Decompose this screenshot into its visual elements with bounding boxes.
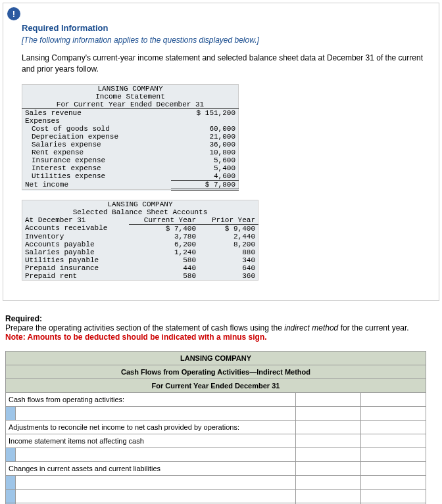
is-netincome-label: Net income [22, 180, 172, 189]
is-row-label: Cost of goods sold [22, 125, 172, 133]
bs-row-label: Inventory [22, 233, 130, 241]
bs-col-prior: Prior Year [199, 216, 258, 225]
bs-row-py: $ 9,400 [199, 224, 258, 233]
cf-row-opact: Cash flows from operating activities: [6, 392, 296, 406]
cf-desc-cell[interactable] [16, 447, 296, 461]
bs-row-cy: 580 [129, 272, 199, 281]
cf-desc-cell[interactable] [16, 475, 296, 489]
row-handle[interactable] [6, 489, 16, 503]
problem-description: Lansing Company's current-year income st… [22, 53, 424, 75]
is-row-label: Interest expense [22, 164, 172, 172]
row-handle[interactable] [6, 447, 16, 461]
bs-row-py: 880 [199, 248, 258, 256]
is-sales-value: $ 151,200 [171, 108, 238, 117]
cf-amount-cell[interactable] [361, 489, 426, 503]
cf-amount-cell[interactable] [296, 406, 361, 420]
cf-row-isitems: Income statement items not affecting cas… [6, 434, 296, 447]
cf-row-adjustments: Adjustments to reconcile net income to n… [6, 420, 296, 434]
income-statement-table: LANSING COMPANY Income Statement For Cur… [22, 84, 239, 191]
balance-sheet-table: LANSING COMPANY Selected Balance Sheet A… [22, 200, 258, 281]
required-italic: indirect method [284, 323, 338, 332]
bs-row-label: Salaries payable [22, 248, 130, 256]
required-body: Prepare the operating activities section… [5, 323, 437, 332]
cf-heading: Cash Flows from Operating Activities—Ind… [6, 365, 426, 378]
is-row-label: Salaries expense [22, 141, 172, 149]
row-handle[interactable] [6, 475, 16, 489]
is-company: LANSING COMPANY [22, 84, 239, 93]
bs-row-py: 8,200 [199, 241, 258, 248]
cf-amount-cell[interactable] [296, 420, 361, 434]
bs-company: LANSING COMPANY [22, 200, 258, 208]
cf-company: LANSING COMPANY [6, 351, 426, 365]
bs-subtitle: Selected Balance Sheet Accounts [22, 208, 258, 216]
required-label: Required: [5, 314, 437, 323]
bs-row-label: Prepaid insurance [22, 264, 130, 272]
is-row-value: 21,000 [171, 133, 238, 141]
is-sales-label: Sales revenue [22, 108, 172, 117]
cf-amount-cell[interactable] [361, 406, 426, 420]
bs-row-label: Prepaid rent [22, 272, 130, 281]
cf-amount-cell[interactable] [296, 434, 361, 447]
cf-desc-cell[interactable] [16, 489, 296, 503]
is-row-label: Rent expense [22, 149, 172, 156]
is-row-value: 10,800 [171, 149, 238, 156]
row-handle[interactable] [6, 406, 16, 420]
required-info-title: Required Information [22, 23, 424, 33]
bs-row-py: 340 [199, 256, 258, 264]
red-note: Note: Amounts to be deducted should be i… [5, 332, 437, 342]
cf-amount-cell[interactable] [296, 461, 361, 475]
cf-amount-cell[interactable] [296, 489, 361, 503]
cf-amount-cell[interactable] [361, 447, 426, 461]
required-post: for the current year. [338, 323, 408, 332]
is-row-label: Insurance expense [22, 156, 172, 164]
bs-row-label: Utilities payable [22, 256, 130, 264]
bs-col-current: Current Year [129, 216, 199, 225]
is-expenses-label: Expenses [22, 117, 239, 125]
bs-row-cy: $ 7,400 [129, 224, 199, 233]
is-period: For Current Year Ended December 31 [22, 101, 239, 109]
cf-amount-cell[interactable] [361, 434, 426, 447]
bs-row-py: 2,440 [199, 233, 258, 241]
is-netincome-value: $ 7,800 [171, 180, 238, 189]
bs-row-py: 640 [199, 264, 258, 272]
cf-amount-cell[interactable] [296, 475, 361, 489]
cf-amount-cell[interactable] [361, 475, 426, 489]
cf-amount-cell[interactable] [296, 447, 361, 461]
bs-row-cy: 440 [129, 264, 199, 272]
cf-amount-cell[interactable] [361, 461, 426, 475]
is-subtitle: Income Statement [22, 93, 239, 101]
italic-note: [The following information applies to th… [22, 35, 424, 45]
is-row-value: 5,400 [171, 164, 238, 172]
is-row-label: Depreciation expense [22, 133, 172, 141]
bs-row-py: 360 [199, 272, 258, 281]
cf-amount-cell[interactable] [361, 420, 426, 434]
bs-row-cy: 3,780 [129, 233, 199, 241]
cf-amount-cell[interactable] [296, 392, 361, 406]
bs-date-label: At December 31 [22, 216, 130, 225]
bs-row-label: Accounts payable [22, 241, 130, 248]
bs-row-label: Accounts receivable [22, 224, 130, 233]
bs-row-cy: 6,200 [129, 241, 199, 248]
bs-row-cy: 580 [129, 256, 199, 264]
required-pre: Prepare the operating activities section… [5, 323, 284, 332]
is-row-value: 36,000 [171, 141, 238, 149]
info-icon: ! [7, 7, 20, 20]
cf-desc-cell[interactable] [16, 406, 296, 420]
cashflow-table: LANSING COMPANY Cash Flows from Operatin… [5, 351, 426, 504]
is-row-label: Utilities expense [22, 172, 172, 181]
is-row-value: 60,000 [171, 125, 238, 133]
cf-period: For Current Year Ended December 31 [6, 378, 426, 392]
is-row-value: 4,600 [171, 172, 238, 181]
is-row-value: 5,600 [171, 156, 238, 164]
bs-row-cy: 1,240 [129, 248, 199, 256]
cf-amount-cell[interactable] [361, 392, 426, 406]
cf-row-changes: Changes in current assets and current li… [6, 461, 296, 475]
